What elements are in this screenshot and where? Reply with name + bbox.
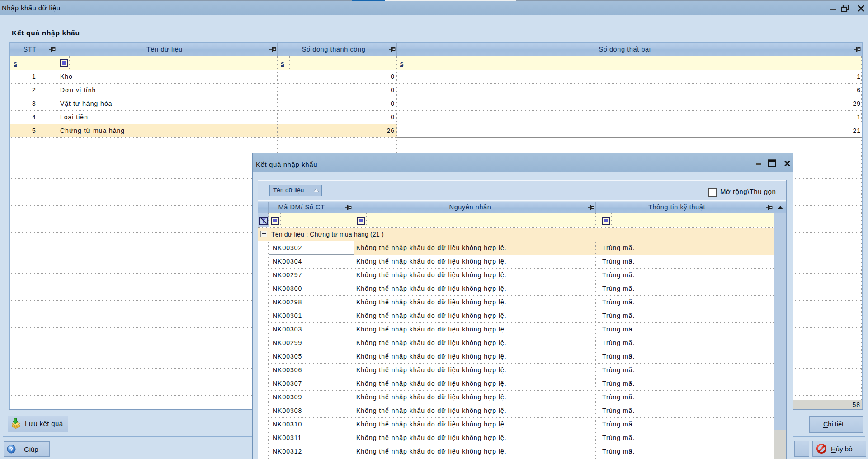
svg-text:?: ?: [9, 446, 13, 453]
